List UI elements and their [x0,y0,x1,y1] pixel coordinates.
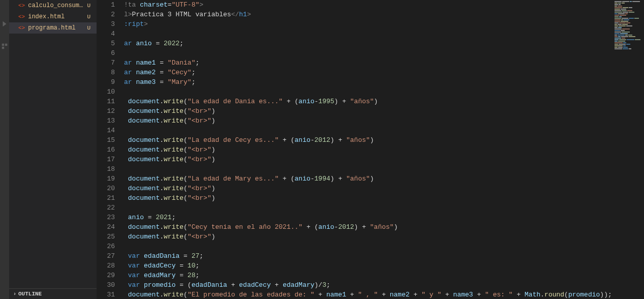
line-number: 6 [97,48,115,58]
line-number: 1 [97,0,115,10]
code-line[interactable]: var promedio = (edadDania + edadCecy + e… [124,280,614,290]
file-explorer: <>calculo_consum…U<>index.htmlU<>program… [9,0,97,288]
line-number: 11 [97,97,115,106]
svg-rect-1 [5,44,7,46]
code-line[interactable]: var edadCecy = 10; [124,261,614,271]
line-number: 2 [97,10,115,19]
html-file-icon: <> [18,3,25,9]
code-line[interactable]: document.write("La edad de Cecy es..." +… [124,135,614,145]
line-number-gutter: 1234567891011121314151617181920212223242… [97,0,124,299]
code-line[interactable]: document.write("<br>") [124,232,614,242]
line-number: 31 [97,290,115,299]
code-line[interactable]: document.write("Cecy tenia en el año 202… [124,222,614,232]
code-line[interactable]: document.write("<br>") [124,155,614,164]
code-line[interactable]: ar name3 = "Mary"; [124,77,614,87]
html-file-icon: <> [18,14,25,20]
line-number: 9 [97,77,115,87]
line-number: 8 [97,68,115,77]
line-number: 20 [97,184,115,193]
file-name: calculo_consum… [28,2,83,9]
code-line[interactable]: ar name1 = "Dania"; [124,58,614,68]
line-number: 4 [97,29,115,39]
debug-icon[interactable] [1,20,8,27]
svg-rect-0 [2,44,4,46]
line-number: 15 [97,135,115,145]
file-name: index.html [28,13,65,20]
line-number: 16 [97,145,115,155]
code-line[interactable] [124,203,614,213]
line-number: 7 [97,58,115,68]
line-number: 24 [97,222,115,232]
line-number: 21 [97,193,115,203]
code-line[interactable] [124,87,614,97]
chevron-right-icon: › [13,291,16,297]
extensions-icon[interactable] [1,43,8,50]
code-line[interactable] [124,29,614,39]
file-name: programa.html [28,24,76,32]
code-line[interactable]: document.write("La edad de Dania es..." … [124,97,614,106]
line-number: 30 [97,280,115,290]
file-item[interactable]: <>programa.htmlU [9,22,97,34]
line-number: 19 [97,174,115,184]
line-number: 28 [97,261,115,271]
file-item[interactable]: <>calculo_consum…U [9,0,97,11]
code-line[interactable]: var edadMary = 28; [124,271,614,280]
code-line[interactable]: var edadDania = 27; [124,251,614,261]
code-line[interactable]: document.write("La edad de Mary es..." +… [124,174,614,184]
file-git-status: U [87,14,93,20]
code-line[interactable]: document.write("<br>") [124,184,614,193]
line-number: 18 [97,164,115,174]
line-number: 12 [97,106,115,116]
line-number: 13 [97,116,115,126]
line-number: 29 [97,271,115,280]
file-item[interactable]: <>index.htmlU [9,11,97,22]
code-content[interactable]: !ta charset="UTF-8">l>Practica 3 HTML va… [124,0,614,299]
minimap[interactable] [614,0,644,299]
line-number: 3 [97,19,115,29]
code-line[interactable]: document.write("El promedio de las edade… [124,290,614,299]
svg-rect-2 [2,47,4,49]
code-line[interactable]: document.write("<br>") [124,145,614,155]
code-line[interactable] [124,164,614,174]
line-number: 27 [97,251,115,261]
code-line[interactable]: document.write("<br>") [124,106,614,116]
activity-bar [0,0,9,299]
code-line[interactable] [124,126,614,135]
html-file-icon: <> [18,25,25,31]
sidebar: <>calculo_consum…U<>index.htmlU<>program… [9,0,97,299]
code-line[interactable]: document.write("<br>") [124,116,614,126]
line-number: 23 [97,213,115,222]
line-number: 17 [97,155,115,164]
editor[interactable]: 1234567891011121314151617181920212223242… [97,0,644,299]
code-line[interactable]: !ta charset="UTF-8"> [124,0,614,10]
line-number: 25 [97,232,115,242]
outline-section[interactable]: › OUTLINE [9,288,97,299]
code-line[interactable]: ar name2 = "Cecy"; [124,68,614,77]
code-line[interactable]: :ript> [124,19,614,29]
line-number: 14 [97,126,115,135]
code-line[interactable] [124,242,614,251]
code-line[interactable]: l>Practica 3 HTML variables</h1> [124,10,614,19]
line-number: 22 [97,203,115,213]
line-number: 26 [97,242,115,251]
code-line[interactable] [124,48,614,58]
code-line[interactable]: document.write("<br>") [124,193,614,203]
line-number: 5 [97,39,115,48]
line-number: 10 [97,87,115,97]
file-git-status: U [87,3,93,9]
code-line[interactable]: anio = 2021; [124,213,614,222]
outline-label: OUTLINE [18,291,42,297]
code-line[interactable]: ar anio = 2022; [124,39,614,48]
file-git-status: U [87,25,93,31]
